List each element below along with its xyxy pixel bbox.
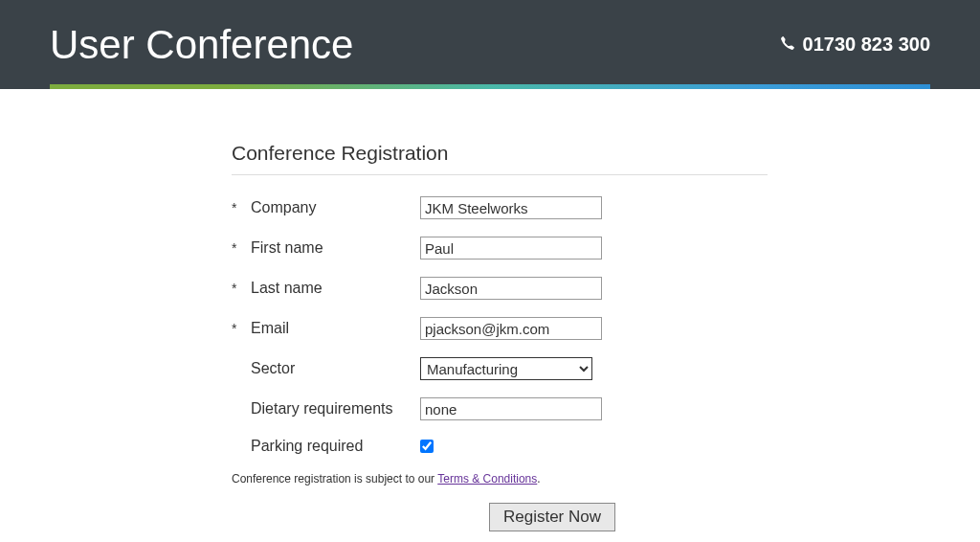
phone-number: 01730 823 300 <box>803 34 930 56</box>
company-row: * Company <box>232 196 768 219</box>
parking-row: Parking required <box>232 438 768 455</box>
dietary-label: Dietary requirements <box>243 400 420 418</box>
gradient-divider <box>50 84 930 89</box>
required-marker: * <box>232 240 243 256</box>
dietary-row: Dietary requirements <box>232 397 768 420</box>
parking-label: Parking required <box>243 438 420 455</box>
sector-row: Sector Manufacturing <box>232 357 768 380</box>
terms-prefix: Conference registration is subject to ou… <box>232 472 437 486</box>
dietary-input[interactable] <box>420 397 602 420</box>
last-name-row: * Last name <box>232 277 768 300</box>
terms-link[interactable]: Terms & Conditions <box>437 472 537 486</box>
parking-checkbox[interactable] <box>420 440 434 453</box>
last-name-label: Last name <box>243 280 420 297</box>
last-name-input[interactable] <box>420 277 602 300</box>
submit-row: Register Now <box>232 503 768 531</box>
sector-select[interactable]: Manufacturing <box>420 357 592 380</box>
company-label: Company <box>243 199 420 216</box>
email-label: Email <box>243 320 420 337</box>
first-name-row: * First name <box>232 237 768 260</box>
email-row: * Email <box>232 317 768 340</box>
register-button[interactable]: Register Now <box>489 503 615 531</box>
required-marker: * <box>232 321 243 336</box>
phone-icon <box>780 34 795 56</box>
form-title: Conference Registration <box>232 142 768 175</box>
page-title: User Conference <box>50 22 353 68</box>
terms-text: Conference registration is subject to ou… <box>232 472 768 486</box>
company-input[interactable] <box>420 196 602 219</box>
form-container: Conference Registration * Company * Firs… <box>212 89 768 531</box>
terms-suffix: . <box>537 472 540 486</box>
required-marker: * <box>232 281 243 296</box>
required-marker: * <box>232 200 243 215</box>
email-input[interactable] <box>420 317 602 340</box>
header-banner: User Conference 01730 823 300 <box>0 0 980 89</box>
first-name-label: First name <box>243 239 420 257</box>
header-phone: 01730 823 300 <box>780 34 930 56</box>
sector-label: Sector <box>243 360 420 377</box>
first-name-input[interactable] <box>420 237 602 260</box>
